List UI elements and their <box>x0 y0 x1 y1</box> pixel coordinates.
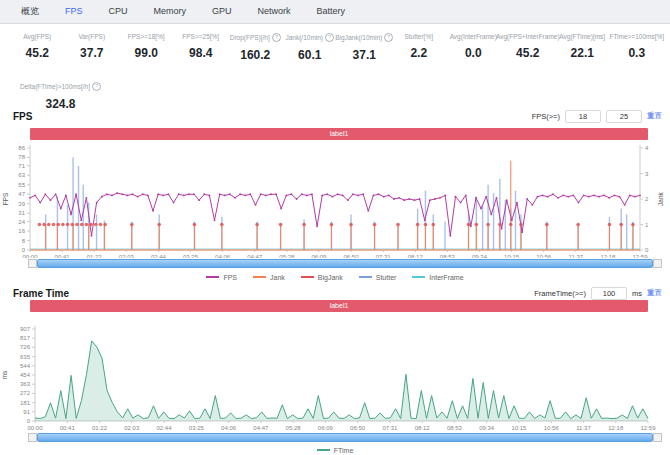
frame-time-chart-legend: FTime <box>0 444 670 455</box>
fps-filter-controls: FPS(>=) 重置 <box>532 110 662 123</box>
fps-reset-link[interactable]: 重置 <box>647 111 662 121</box>
svg-text:12:59: 12:59 <box>632 254 648 258</box>
legend-dash <box>359 276 372 278</box>
ftime-filter-controls: FrameTime(>=) ms 重置 <box>534 287 662 300</box>
fps-max-input[interactable] <box>606 110 642 123</box>
svg-text:04:06: 04:06 <box>215 254 231 258</box>
stat-label: Avg(InterFrame) <box>446 33 501 40</box>
svg-text:02:03: 02:03 <box>119 254 135 258</box>
svg-text:09:34: 09:34 <box>479 425 495 431</box>
legend-dash <box>412 276 425 278</box>
stat-value: 45.2 <box>501 46 556 60</box>
fps-chart-scrollbar[interactable] <box>28 259 662 268</box>
svg-text:Jank: Jank <box>657 191 664 205</box>
svg-text:63: 63 <box>18 172 25 178</box>
svg-text:10:56: 10:56 <box>544 425 560 431</box>
tab-概览[interactable]: 概览 <box>8 0 52 23</box>
tab-Memory[interactable]: Memory <box>141 0 200 23</box>
legend-item-stutter[interactable]: Stutter <box>359 274 397 281</box>
info-icon[interactable] <box>92 82 101 91</box>
svg-text:91: 91 <box>23 409 30 415</box>
tab-CPU[interactable]: CPU <box>96 0 141 23</box>
svg-text:02:44: 02:44 <box>157 425 173 431</box>
svg-text:817: 817 <box>20 335 31 341</box>
legend-dash <box>253 276 266 278</box>
stat-value: 98.4 <box>174 46 229 60</box>
fps-scrollbar-right-handle[interactable] <box>653 259 662 268</box>
svg-text:FPS: FPS <box>2 192 9 205</box>
svg-text:0: 0 <box>27 418 31 424</box>
svg-text:181: 181 <box>20 400 31 406</box>
svg-text:907: 907 <box>20 326 31 332</box>
frame-time-chart-banner: label1 <box>30 300 648 312</box>
stat-value: 37.7 <box>65 46 120 60</box>
stat: Drop(FPS)[/h]160.2 <box>228 33 283 62</box>
svg-text:05:28: 05:28 <box>279 254 295 258</box>
svg-text:01:22: 01:22 <box>87 254 103 258</box>
frame-time-section-header: Frame Time FrameTime(>=) ms 重置 <box>13 285 662 301</box>
svg-text:04:47: 04:47 <box>247 254 263 258</box>
tab-Network[interactable]: Network <box>245 0 304 23</box>
svg-text:86: 86 <box>18 145 25 151</box>
info-icon[interactable] <box>272 33 281 42</box>
stat-value: 160.2 <box>228 48 283 62</box>
svg-text:00:41: 00:41 <box>60 425 76 431</box>
ftime-filter-label: FrameTime(>=) <box>534 289 586 298</box>
svg-text:06:09: 06:09 <box>318 425 334 431</box>
fps-chart-legend: FPSJankBigJankStutterInterFrame <box>0 271 670 283</box>
frame-time-chart: 09118127236345454463572681790700:0000:41… <box>0 316 670 432</box>
fps-scrollbar-track[interactable] <box>37 259 653 268</box>
stat-label: Avg(FTime)[ms] <box>555 33 610 40</box>
frame-time-chart-scrollbar[interactable] <box>28 433 662 442</box>
legend-item-ftime[interactable]: FTime <box>317 447 354 454</box>
stat-value: 0.3 <box>610 46 665 60</box>
stat-label: FTime>=100ms[%] <box>610 33 665 40</box>
svg-text:454: 454 <box>20 372 31 378</box>
svg-text:08:53: 08:53 <box>447 425 463 431</box>
ftime-scrollbar-left-handle[interactable] <box>28 433 37 442</box>
svg-text:09:34: 09:34 <box>472 254 488 258</box>
legend-item-fps[interactable]: FPS <box>206 274 237 281</box>
fps-min-input[interactable] <box>565 110 601 123</box>
info-icon[interactable] <box>325 33 334 42</box>
tab-GPU[interactable]: GPU <box>199 0 245 23</box>
svg-text:4: 4 <box>645 145 649 151</box>
svg-text:00:41: 00:41 <box>55 254 71 258</box>
legend-item-bigjank[interactable]: BigJank <box>301 274 343 281</box>
svg-text:06:50: 06:50 <box>350 425 366 431</box>
stat-label: Drop(FPS)[/h] <box>228 33 283 42</box>
stat-label: Jank(/10min) <box>283 33 338 42</box>
svg-text:08:53: 08:53 <box>440 254 456 258</box>
stats-row: Avg(FPS)45.2Var(FPS)37.7FPS>=18[%]99.0FP… <box>10 33 664 62</box>
ftime-threshold-input[interactable] <box>591 287 627 300</box>
ftime-scrollbar-track[interactable] <box>37 433 653 442</box>
svg-text:12:18: 12:18 <box>608 425 624 431</box>
svg-text:12:59: 12:59 <box>640 425 656 431</box>
svg-text:01:22: 01:22 <box>92 425 108 431</box>
svg-text:02:44: 02:44 <box>151 254 167 258</box>
stat: FTime>=100ms[%]0.3 <box>610 33 665 62</box>
stat-value: 2.2 <box>392 46 447 60</box>
legend-dash <box>317 449 330 451</box>
stat: Avg(FTime)[ms]22.1 <box>555 33 610 62</box>
svg-text:04:06: 04:06 <box>221 425 237 431</box>
svg-text:24: 24 <box>18 219 25 225</box>
svg-text:8: 8 <box>22 238 26 244</box>
svg-text:03:25: 03:25 <box>189 425 205 431</box>
legend-item-interframe[interactable]: InterFrame <box>412 274 463 281</box>
svg-text:11:37: 11:37 <box>576 425 591 431</box>
tab-FPS[interactable]: FPS <box>52 0 96 23</box>
stat-value: 22.1 <box>555 46 610 60</box>
svg-text:71: 71 <box>18 163 25 169</box>
ftime-reset-link[interactable]: 重置 <box>647 288 662 298</box>
stat-label: FPS>=18[%] <box>119 33 174 40</box>
legend-item-jank[interactable]: Jank <box>253 274 285 281</box>
svg-text:07:31: 07:31 <box>376 254 392 258</box>
svg-text:272: 272 <box>20 390 31 396</box>
ftime-scrollbar-right-handle[interactable] <box>653 433 662 442</box>
tab-Battery[interactable]: Battery <box>304 0 359 23</box>
svg-text:11:37: 11:37 <box>569 254 584 258</box>
svg-text:00:00: 00:00 <box>22 254 38 258</box>
stat-label: Avg(FPS+InterFrame) <box>501 33 556 40</box>
fps-scrollbar-left-handle[interactable] <box>28 259 37 268</box>
